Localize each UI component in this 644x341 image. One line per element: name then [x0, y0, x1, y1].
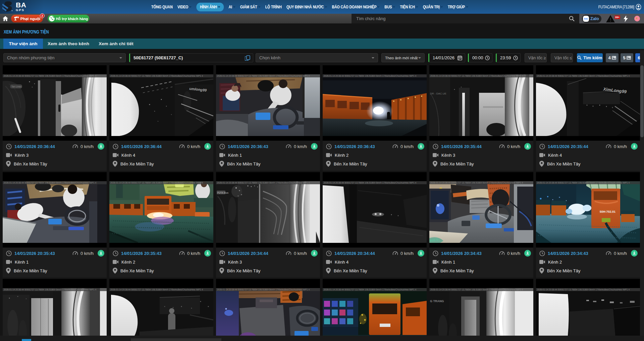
svg-text:G TRANG: G TRANG	[430, 299, 444, 303]
svg-text:50H-702.01: 50H-702.01	[600, 210, 615, 213]
svg-text:FUTA Bus: FUTA Bus	[217, 192, 228, 194]
svg-text:DR - DAC.UE: DR - DAC.UE	[430, 92, 446, 95]
svg-text:Tan Lines: Tan Lines	[11, 85, 21, 88]
